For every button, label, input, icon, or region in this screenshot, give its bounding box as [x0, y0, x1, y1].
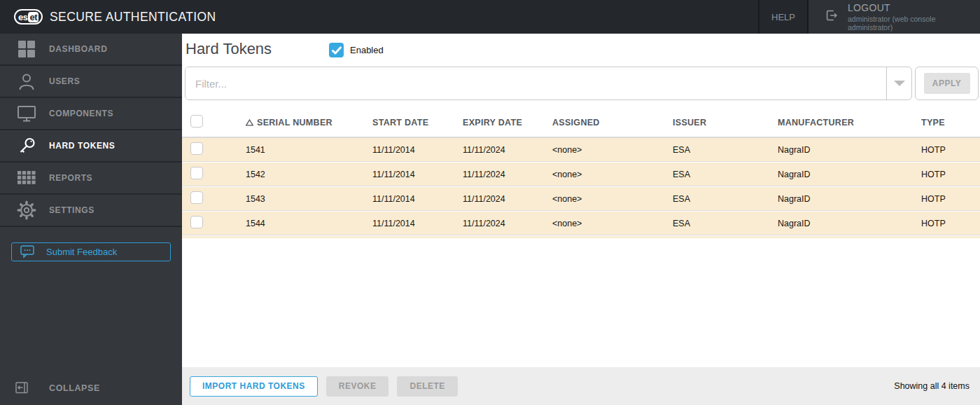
- enabled-checkbox[interactable]: [329, 43, 344, 57]
- table-body: 1541 11/11/2014 11/11/2024 <none> ESA Na…: [182, 138, 980, 235]
- logout-label: LOGOUT: [848, 2, 980, 13]
- import-hard-tokens-button[interactable]: IMPORT HARD TOKENS: [190, 376, 318, 397]
- cell-type: HOTP: [919, 170, 980, 179]
- row-checkbox[interactable]: [190, 191, 203, 204]
- revoke-button[interactable]: REVOKE: [326, 376, 389, 397]
- sidebar-item-hard-tokens[interactable]: HARD TOKENS: [0, 130, 182, 163]
- dashboard-icon: [14, 40, 39, 58]
- key-icon: [14, 137, 39, 156]
- row-checkbox[interactable]: [190, 216, 203, 228]
- sidebar-item-reports[interactable]: REPORTS: [0, 163, 182, 195]
- row-checkbox[interactable]: [190, 142, 203, 155]
- cell-expiry-date: 11/11/2024: [461, 219, 550, 228]
- collapse-icon: [15, 382, 41, 394]
- column-header-issuer[interactable]: ISSUER: [671, 118, 776, 128]
- report-grid-icon: [14, 171, 39, 185]
- cell-issuer: ESA: [671, 194, 776, 204]
- cell-serial-number: 1541: [244, 145, 370, 155]
- sidebar-item-dashboard[interactable]: DASHBOARD: [0, 34, 182, 66]
- collapse-label: COLLAPSE: [49, 383, 100, 393]
- table-row[interactable]: 1541 11/11/2014 11/11/2024 <none> ESA Na…: [182, 138, 980, 162]
- cell-serial-number: 1542: [244, 170, 370, 179]
- logout-user: administrator (web console administrator…: [848, 15, 980, 32]
- sidebar-item-label: USERS: [49, 76, 80, 86]
- logout-icon: [824, 8, 839, 26]
- cell-assigned: <none>: [550, 170, 671, 179]
- app-window: es et SECURE AUTHENTICATION HELP LOGOUT …: [0, 0, 980, 405]
- product-title: SECURE AUTHENTICATION: [50, 10, 216, 25]
- sidebar-item-users[interactable]: USERS: [0, 66, 182, 98]
- sidebar-item-label: REPORTS: [49, 173, 92, 183]
- eset-logo-right: et: [28, 12, 38, 22]
- chevron-down-icon: [894, 81, 905, 86]
- row-checkbox-cell: [182, 167, 244, 181]
- eset-logo-left: es: [18, 12, 27, 22]
- user-icon: [14, 72, 39, 90]
- cell-manufacturer: NagraID: [776, 194, 919, 204]
- monitor-icon: [14, 104, 39, 123]
- logout-button[interactable]: LOGOUT administrator (web console admini…: [808, 0, 980, 34]
- logout-text: LOGOUT administrator (web console admini…: [848, 2, 980, 32]
- table-row[interactable]: 1542 11/11/2014 11/11/2024 <none> ESA Na…: [182, 163, 980, 186]
- brand: es et SECURE AUTHENTICATION: [0, 0, 758, 34]
- sidebar-item-label: SETTINGS: [49, 205, 94, 215]
- eset-logo-icon: es et: [14, 9, 43, 25]
- cell-manufacturer: NagraID: [776, 219, 919, 228]
- cell-start-date: 11/11/2014: [370, 194, 461, 204]
- enabled-label: Enabled: [350, 45, 384, 55]
- cell-serial-number: 1544: [244, 219, 370, 228]
- table-tail-strip: [182, 236, 980, 238]
- sidebar-item-label: DASHBOARD: [49, 44, 107, 54]
- cell-start-date: 11/11/2014: [370, 219, 461, 228]
- top-bar: es et SECURE AUTHENTICATION HELP LOGOUT …: [0, 0, 980, 34]
- filter-dropdown-button[interactable]: [886, 67, 911, 99]
- page-title: Hard Tokens: [186, 40, 272, 58]
- column-header-expiry-date[interactable]: EXPIRY DATE: [461, 118, 550, 128]
- cell-issuer: ESA: [671, 170, 776, 179]
- submit-feedback-button[interactable]: Submit Feedback: [11, 242, 171, 261]
- footer-bar: IMPORT HARD TOKENS REVOKE DELETE Showing…: [182, 367, 980, 405]
- cell-type: HOTP: [919, 145, 980, 155]
- cell-manufacturer: NagraID: [776, 170, 919, 179]
- cell-expiry-date: 11/11/2024: [461, 145, 550, 155]
- column-header-manufacturer[interactable]: MANUFACTURER: [776, 118, 919, 128]
- sidebar-item-components[interactable]: COMPONENTS: [0, 98, 182, 130]
- table-header: SERIAL NUMBER START DATE EXPIRY DATE ASS…: [182, 109, 980, 138]
- title-row: Hard Tokens Enabled: [182, 34, 980, 67]
- table-row[interactable]: 1543 11/11/2014 11/11/2024 <none> ESA Na…: [182, 187, 980, 211]
- cell-expiry-date: 11/11/2024: [461, 194, 550, 204]
- collapse-button[interactable]: COLLAPSE: [0, 382, 100, 394]
- feedback-label: Submit Feedback: [46, 247, 117, 257]
- column-header-assigned[interactable]: ASSIGNED: [550, 118, 671, 128]
- column-header-type[interactable]: TYPE: [919, 118, 980, 128]
- cell-start-date: 11/11/2014: [370, 170, 461, 179]
- main-content: Hard Tokens Enabled APP: [182, 34, 980, 405]
- cell-start-date: 11/11/2014: [370, 145, 461, 155]
- enabled-group: Enabled: [329, 43, 384, 57]
- cell-type: HOTP: [919, 219, 980, 228]
- table-row[interactable]: 1544 11/11/2014 11/11/2024 <none> ESA Na…: [182, 212, 980, 235]
- cell-type: HOTP: [919, 194, 980, 204]
- cell-assigned: <none>: [550, 145, 671, 155]
- gear-icon: [14, 200, 39, 220]
- row-checkbox-cell: [182, 191, 244, 206]
- feedback-bubble-icon: [20, 245, 35, 259]
- row-checkbox-cell: [182, 142, 244, 157]
- row-checkbox[interactable]: [190, 167, 203, 179]
- cell-assigned: <none>: [550, 219, 671, 228]
- column-header-serial-number[interactable]: SERIAL NUMBER: [244, 118, 370, 128]
- help-button[interactable]: HELP: [758, 0, 808, 34]
- cell-issuer: ESA: [671, 219, 776, 228]
- sidebar-item-label: HARD TOKENS: [49, 141, 115, 151]
- filter-box: [185, 67, 912, 100]
- filter-input[interactable]: [186, 67, 886, 99]
- apply-button-container: APPLY: [915, 67, 979, 100]
- delete-button[interactable]: DELETE: [397, 376, 457, 397]
- select-all-checkbox[interactable]: [190, 115, 203, 128]
- column-header-start-date[interactable]: START DATE: [370, 118, 461, 128]
- sidebar-item-settings[interactable]: SETTINGS: [0, 195, 182, 227]
- sort-ascending-icon: [246, 119, 253, 126]
- header-checkbox-cell: [182, 115, 244, 130]
- cell-expiry-date: 11/11/2024: [461, 170, 550, 179]
- apply-button[interactable]: APPLY: [924, 73, 970, 94]
